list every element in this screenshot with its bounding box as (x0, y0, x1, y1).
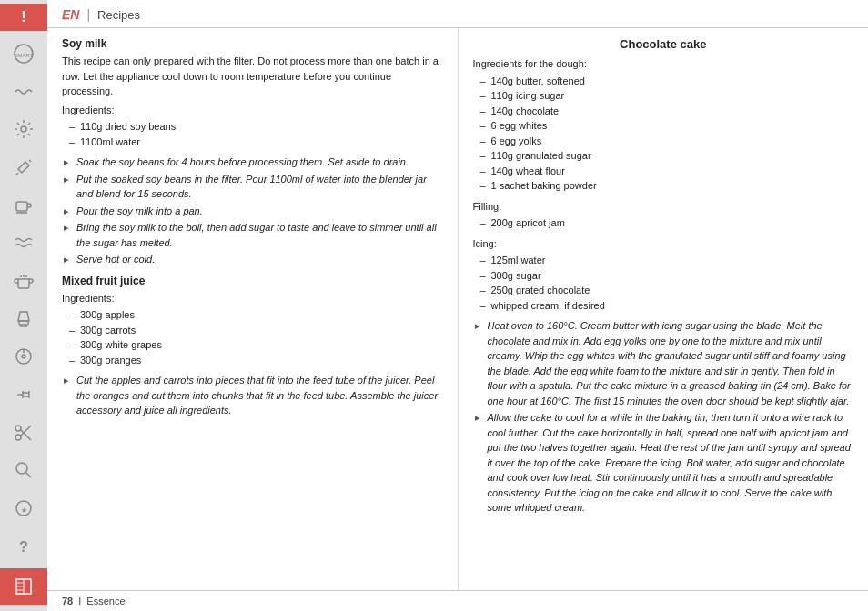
chocolate-cake-title: Chocolate cake (473, 37, 854, 51)
pot-icon[interactable] (7, 265, 40, 297)
soy-milk-step-list: Soak the soy beans for 4 hours before pr… (64, 155, 443, 267)
svg-rect-3 (16, 202, 27, 211)
footer-separator: I (78, 596, 81, 606)
footer: 78 I Essence (47, 590, 868, 611)
main-content: EN | Recipes Soy milk This recipe can on… (47, 0, 868, 611)
svg-point-10 (22, 355, 25, 358)
header-separator: | (86, 7, 90, 22)
soy-milk-ingredients-label: Ingredients: (62, 103, 443, 118)
smart-logo-icon[interactable]: SMART (7, 37, 40, 70)
list-item: Soak the soy beans for 4 hours before pr… (64, 155, 443, 170)
list-item: 140g wheat flour (480, 164, 854, 179)
list-item: 300g apples (69, 307, 443, 323)
content-columns: Soy milk This recipe can only prepared w… (47, 28, 868, 590)
list-item: Cut the apples and carrots into pieces t… (64, 373, 443, 418)
soy-milk-intro: This recipe can only prepared with the f… (62, 54, 443, 99)
footer-brand: Essence (86, 596, 125, 606)
list-item: 300g carrots (69, 323, 443, 338)
header: EN | Recipes (47, 0, 868, 28)
list-item: Pour the soy milk into a pan. (64, 204, 443, 219)
tools-icon[interactable] (7, 151, 40, 184)
list-item: 125ml water (480, 253, 854, 268)
dough-label: Ingredients for the dough: (473, 56, 854, 72)
dial-icon[interactable] (7, 341, 40, 374)
scissors-icon[interactable] (7, 416, 40, 449)
list-item: 110g granulated sugar (480, 148, 854, 164)
list-item: 110g dried soy beans (69, 119, 443, 135)
mixed-fruit-ingredient-list: 300g apples 300g carrots 300g white grap… (69, 307, 443, 367)
list-item: Serve hot or cold. (64, 252, 443, 267)
list-item: 200g apricot jam (480, 215, 854, 231)
list-item: Allow the cake to cool for a while in th… (475, 410, 854, 516)
list-item: 140g butter, softened (480, 74, 854, 89)
page-number: 78 (62, 596, 73, 606)
dough-ingredient-list: 140g butter, softened 110g icing sugar 1… (480, 74, 854, 194)
list-item: 300g sugar (480, 268, 854, 284)
mixed-fruit-title: Mixed fruit juice (62, 275, 443, 287)
list-item: 6 egg whites (480, 118, 854, 134)
filling-ingredient-list: 200g apricot jam (480, 215, 854, 231)
icing-ingredient-list: 125ml water 300g sugar 250g grated choco… (480, 253, 854, 313)
list-item: Bring the soy milk to the boil, then add… (64, 220, 443, 250)
svg-line-19 (26, 473, 32, 478)
list-item: 6 egg yolks (480, 134, 854, 149)
list-item: 300g white grapes (69, 337, 443, 353)
list-item: 1 sachet baking powder (480, 178, 854, 194)
svg-point-2 (21, 126, 26, 132)
search-icon[interactable] (7, 455, 40, 487)
alert-icon: ! (21, 9, 25, 25)
left-column: Soy milk This recipe can only prepared w… (47, 28, 459, 590)
list-item: 1100ml water (69, 135, 443, 150)
sidebar: ! SMART (0, 0, 47, 611)
wave2-icon[interactable] (7, 226, 40, 259)
faucet-icon[interactable] (7, 378, 40, 411)
soy-milk-title: Soy milk (62, 37, 443, 50)
header-title: Recipes (97, 8, 140, 22)
icing-label: Icing: (473, 236, 854, 252)
cup-icon[interactable] (7, 189, 40, 222)
svg-text:?: ? (19, 539, 28, 555)
question-icon[interactable]: ? (7, 530, 40, 563)
svg-text:★: ★ (21, 506, 27, 515)
gear-icon[interactable] (7, 113, 40, 145)
list-item: Put the soaked soy beans in the filter. … (64, 172, 443, 202)
filling-label: Filling: (473, 199, 854, 215)
svg-rect-5 (19, 321, 28, 325)
language-label: EN (62, 7, 79, 22)
badge-icon[interactable]: ★ (7, 492, 40, 525)
svg-point-18 (16, 463, 27, 474)
soy-milk-ingredient-list: 110g dried soy beans 1100ml water (69, 119, 443, 149)
list-item: whipped cream, if desired (480, 298, 854, 314)
blender-icon[interactable] (7, 303, 40, 336)
svg-text:SMART: SMART (15, 53, 34, 58)
mixed-fruit-step-list: Cut the apples and carrots into pieces t… (64, 373, 443, 418)
sidebar-bottom: ? (0, 527, 47, 611)
right-column: Chocolate cake Ingredients for the dough… (459, 28, 869, 590)
list-item: 300g oranges (69, 353, 443, 368)
chocolate-cake-step-list: Heat oven to 160°C. Cream butter with ic… (475, 318, 854, 516)
mixed-fruit-ingredients-label: Ingredients: (62, 291, 443, 306)
book-icon[interactable] (0, 568, 47, 605)
list-item: 110g icing sugar (480, 88, 854, 104)
wave-icon[interactable] (7, 75, 40, 108)
alert-icon-wrapper[interactable]: ! (0, 4, 47, 31)
list-item: 250g grated chocolate (480, 283, 854, 298)
list-item: 140g chocolate (480, 104, 854, 119)
list-item: Heat oven to 160°C. Cream butter with ic… (475, 318, 854, 408)
